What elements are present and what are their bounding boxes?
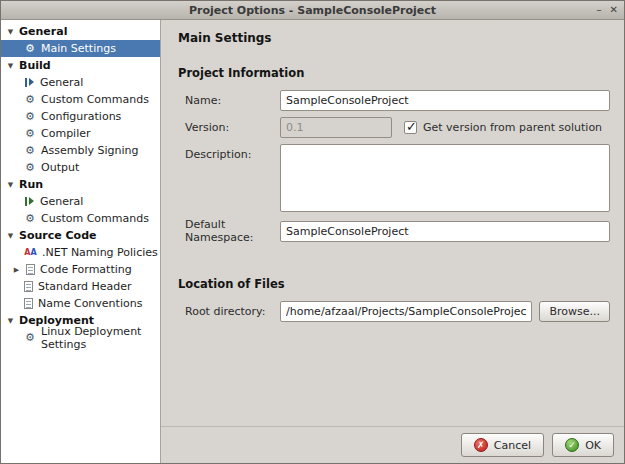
location-of-files-form: Root directory: Browse...: [178, 301, 610, 322]
browse-button[interactable]: Browse...: [539, 301, 610, 322]
gear-icon: ⚙: [24, 111, 36, 122]
name-label: Name:: [185, 94, 280, 107]
ok-check-icon: ✓: [565, 438, 579, 452]
tree-item-output[interactable]: ⚙ Output: [1, 159, 160, 176]
tree-item-label: Configurations: [41, 110, 121, 123]
tree-item-net-naming-policies[interactable]: AA .NET Naming Policies: [1, 244, 160, 261]
name-row: Name:: [185, 90, 610, 111]
chevron-down-icon[interactable]: ▼: [6, 317, 15, 325]
tree-item-label: Compiler: [41, 127, 91, 140]
section-spacer: [178, 250, 610, 277]
chevron-down-icon[interactable]: ▼: [6, 181, 15, 189]
tree-item-label: Standard Header: [38, 280, 132, 293]
gear-icon: ⚙: [24, 43, 36, 54]
chevron-down-icon[interactable]: ▼: [6, 232, 15, 240]
tree-item-label: Output: [41, 161, 79, 174]
version-field: [280, 117, 392, 138]
default-namespace-field[interactable]: [280, 221, 610, 242]
name-field[interactable]: [280, 90, 610, 111]
main-panel: Main Settings Project Information Name: …: [161, 20, 624, 463]
window-title: Project Options - SampleConsoleProject: [1, 4, 624, 17]
root-directory-label: Root directory:: [185, 305, 280, 318]
description-field[interactable]: [280, 144, 610, 212]
tree-item-compiler[interactable]: ⚙ Compiler: [1, 125, 160, 142]
close-icon[interactable]: ✕: [610, 5, 618, 15]
tree-item-standard-header[interactable]: Standard Header: [1, 278, 160, 295]
project-information-heading: Project Information: [178, 66, 610, 80]
tree-item-main-settings[interactable]: ⚙ Main Settings: [1, 40, 160, 57]
document-icon: [24, 281, 33, 292]
dialog-footer: ✗ Cancel ✓ OK: [161, 426, 624, 463]
gear-icon: ⚙: [24, 332, 36, 343]
minimize-icon[interactable]: –: [597, 5, 602, 15]
root-directory-row: Root directory: Browse...: [185, 301, 610, 322]
gear-icon: ⚙: [24, 128, 36, 139]
tree-item-label: .NET Naming Policies: [42, 246, 158, 259]
version-label: Version:: [185, 121, 280, 134]
gear-icon: ⚙: [24, 213, 36, 224]
tree-item-label: Assembly Signing: [41, 144, 139, 157]
tree-item-build-general[interactable]: General: [1, 74, 160, 91]
tree-item-label: Custom Commands: [41, 212, 149, 225]
tree-item-label: Linux Deployment Settings: [41, 325, 160, 351]
default-namespace-row: Default Namespace:: [185, 218, 610, 244]
naming-policies-icon: AA: [24, 248, 37, 257]
chevron-down-icon[interactable]: ▼: [6, 62, 15, 70]
titlebar[interactable]: Project Options - SampleConsoleProject –…: [1, 1, 624, 20]
options-tree: ▼ General ⚙ Main Settings ▼ Build Genera…: [1, 20, 161, 463]
chevron-right-icon[interactable]: ▶: [12, 266, 21, 274]
page-title: Main Settings: [178, 31, 610, 45]
gear-icon: ⚙: [24, 94, 36, 105]
tree-item-name-conventions[interactable]: Name Conventions: [1, 295, 160, 312]
tree-item-label: Custom Commands: [41, 93, 149, 106]
tree-item-label: Main Settings: [41, 42, 116, 55]
checkbox-checked-icon[interactable]: [404, 121, 417, 134]
tree-item-custom-commands[interactable]: ⚙ Custom Commands: [1, 91, 160, 108]
window-controls: – ✕: [597, 1, 618, 19]
tree-item-label: General: [40, 76, 83, 89]
tree-section-run[interactable]: ▼ Run: [1, 176, 160, 193]
root-directory-field[interactable]: [280, 301, 532, 322]
cancel-button[interactable]: ✗ Cancel: [461, 433, 544, 457]
chevron-down-icon[interactable]: ▼: [6, 28, 15, 36]
tree-item-label: Code Formatting: [40, 263, 132, 276]
dialog-body: ▼ General ⚙ Main Settings ▼ Build Genera…: [1, 20, 624, 463]
main-settings-page: Main Settings Project Information Name: …: [161, 20, 624, 426]
tree-section-label: Build: [19, 59, 51, 72]
tree-section-general[interactable]: ▼ General: [1, 23, 160, 40]
tree-section-label: Source Code: [19, 229, 97, 242]
tree-item-label: General: [40, 195, 83, 208]
gear-icon: ⚙: [24, 162, 36, 173]
version-checkbox-label: Get version from parent solution: [423, 121, 602, 134]
description-label: Description:: [185, 144, 280, 161]
tree-section-label: Run: [19, 178, 43, 191]
ok-button-label: OK: [585, 439, 601, 452]
description-row: Description:: [185, 144, 610, 212]
tree-item-linux-deployment-settings[interactable]: ⚙ Linux Deployment Settings: [1, 329, 160, 346]
cancel-button-label: Cancel: [494, 439, 531, 452]
tree-item-configurations[interactable]: ⚙ Configurations: [1, 108, 160, 125]
build-icon: [24, 77, 35, 88]
tree-item-code-formatting[interactable]: ▶ Code Formatting: [1, 261, 160, 278]
tree-section-label: General: [19, 25, 67, 38]
version-row: Version: Get version from parent solutio…: [185, 117, 610, 138]
tree-item-label: Name Conventions: [38, 297, 142, 310]
ok-button[interactable]: ✓ OK: [552, 433, 614, 457]
run-icon: [24, 196, 35, 207]
version-from-parent-option[interactable]: Get version from parent solution: [404, 121, 602, 134]
tree-item-assembly-signing[interactable]: ⚙ Assembly Signing: [1, 142, 160, 159]
tree-item-run-general[interactable]: General: [1, 193, 160, 210]
tree-section-source-code[interactable]: ▼ Source Code: [1, 227, 160, 244]
project-information-form: Name: Version: Get version from parent s…: [178, 90, 610, 244]
document-icon: [24, 298, 33, 309]
tree-section-build[interactable]: ▼ Build: [1, 57, 160, 74]
project-options-dialog: Project Options - SampleConsoleProject –…: [0, 0, 625, 464]
tree-item-run-custom-commands[interactable]: ⚙ Custom Commands: [1, 210, 160, 227]
gear-icon: ⚙: [24, 145, 36, 156]
location-of-files-heading: Location of Files: [178, 277, 610, 291]
default-namespace-label: Default Namespace:: [185, 218, 280, 244]
cancel-x-icon: ✗: [474, 438, 488, 452]
document-icon: [26, 264, 35, 275]
